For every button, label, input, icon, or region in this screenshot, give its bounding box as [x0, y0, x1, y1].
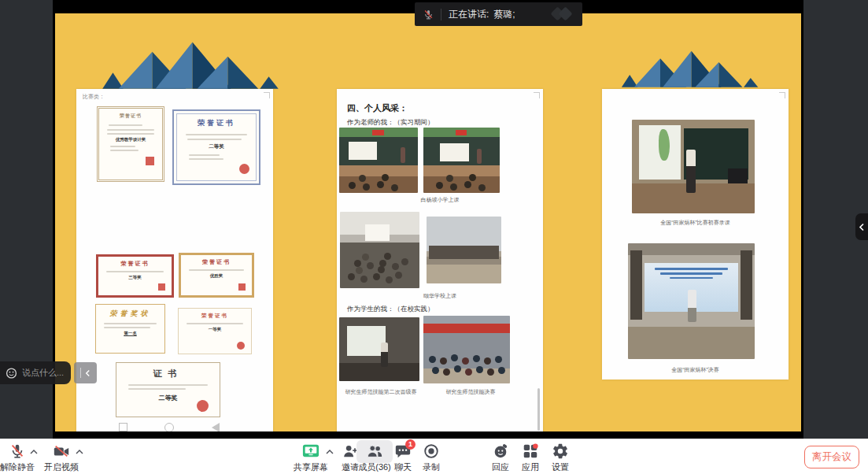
person-figure — [688, 290, 696, 322]
mountains-decoration-right — [615, 48, 765, 89]
video-options-chevron[interactable] — [76, 450, 83, 454]
seal-stamp — [238, 283, 246, 291]
curtain — [741, 250, 752, 320]
chevron-left-icon — [859, 223, 865, 231]
gear-icon — [552, 443, 569, 460]
seal-stamp — [158, 283, 165, 291]
text-line — [107, 129, 154, 131]
corner-mark — [264, 92, 270, 98]
meeting-window: 比赛类： 荣誉证书 优秀教学设计奖 荣誉证书 二等奖 — [0, 0, 868, 474]
reactions-label: 回应 — [492, 461, 509, 473]
certificate: 荣誉证书 二等奖 — [172, 109, 260, 185]
text-line — [107, 133, 154, 135]
seal-stamp — [237, 342, 245, 350]
seal-stamp — [146, 157, 154, 165]
chat-collapse-button[interactable] — [74, 362, 97, 383]
photo-caption: 研究生师范技能决赛 — [430, 388, 512, 396]
leave-meeting-button[interactable]: 离开会议 — [804, 446, 859, 468]
start-video-button[interactable]: 开启视频 — [43, 439, 79, 474]
certificate: 证书 二等奖 — [116, 362, 220, 417]
presenter-figure — [381, 343, 388, 367]
banner-text-line — [670, 277, 713, 279]
photo-lecture-hall — [340, 212, 419, 288]
teacher-figure — [401, 147, 405, 163]
speaking-label: 正在讲话: — [449, 8, 489, 21]
emoji-icon[interactable] — [6, 367, 17, 380]
camera-off-icon — [53, 443, 70, 460]
reaction-emoji-icon — [492, 443, 509, 460]
share-screen-button[interactable]: 共享屏幕 — [290, 439, 332, 474]
photo-classroom-1 — [339, 128, 418, 193]
meeting-toolbar: 解除静音 开启视频 共享屏幕 — [0, 439, 868, 474]
certificate-title: 荣誉证书 — [184, 258, 249, 266]
photo-group — [423, 316, 510, 383]
seal-stamp — [197, 400, 209, 412]
mute-options-chevron[interactable] — [30, 450, 38, 454]
section-heading: 四、个人风采： — [347, 102, 408, 114]
apps-button[interactable]: 应用 — [515, 439, 546, 474]
certificate-title: 荣誉证书 — [182, 313, 248, 320]
certificate-award: 优胜奖 — [184, 273, 249, 279]
corner-mark — [779, 92, 785, 98]
group-heads — [429, 356, 436, 363]
reactions-button[interactable]: 回应 — [485, 439, 516, 474]
photo-school-building — [427, 217, 501, 283]
record-label: 录制 — [423, 461, 440, 473]
chat-button[interactable]: 1 聊天 — [387, 439, 419, 474]
unmute-label: 解除静音 — [0, 461, 35, 473]
members-icon — [366, 443, 383, 460]
start-video-label: 开启视频 — [44, 461, 79, 473]
certificate: 荣誉证书 优胜奖 — [179, 253, 254, 298]
screen-share-view: 比赛类： 荣誉证书 优秀教学设计奖 荣誉证书 二等奖 — [53, 0, 803, 439]
certificate-title: 荣誉证书 — [102, 113, 159, 120]
slide-page-personal: 四、个人风采： 作为老师的我：（实习期间） 白杨坡小学上课 — [337, 89, 543, 431]
unmute-button[interactable]: 解除静音 — [0, 439, 35, 474]
subheading-student: 作为学生的我：（在校实践） — [347, 305, 434, 314]
chat-input-placeholder[interactable]: 说点什么... — [22, 367, 64, 379]
share-options-chevron[interactable] — [326, 450, 334, 454]
apps-grid-icon — [522, 443, 539, 460]
projector-screen — [349, 142, 377, 160]
building-silhouette — [429, 246, 499, 259]
photo-caption: 白杨坡小学上课 — [337, 196, 543, 204]
flag-decoration — [372, 130, 384, 135]
certificate-award: 优秀教学设计奖 — [102, 137, 159, 143]
text-line — [187, 139, 242, 140]
certificate: 荣誉证书 一等奖 — [178, 308, 252, 354]
record-button[interactable]: 录制 — [416, 439, 447, 474]
text-line — [110, 146, 135, 147]
students-heads — [349, 182, 356, 189]
microphone-muted-icon — [423, 9, 434, 20]
banner-text-line — [655, 268, 728, 270]
teacher-figure — [686, 150, 696, 193]
slide-page-competition: 全国“田家炳杯”比赛初赛录课 全国“田家炳杯”决赛 — [602, 89, 789, 380]
text-line — [187, 323, 243, 324]
certificate-award: 第一名 — [99, 331, 161, 336]
text-line — [189, 158, 223, 160]
speaker-name: 蔡璐; — [493, 8, 515, 21]
certificate-award: 三等奖 — [102, 275, 168, 280]
projector-screen — [365, 224, 389, 241]
photo-classroom-2 — [423, 128, 500, 193]
certificate: 荣誉奖状 第一名 — [95, 304, 165, 354]
chat-quick-input[interactable]: 说点什么... — [0, 361, 71, 384]
text-line — [186, 134, 247, 135]
page-corner-label: 比赛类： — [83, 93, 105, 101]
chevron-left-icon — [85, 369, 90, 377]
certificate-title: 荣誉奖状 — [99, 309, 161, 319]
settings-button[interactable]: 设置 — [545, 439, 576, 474]
text-line — [109, 124, 142, 126]
chat-unread-badge: 1 — [405, 439, 416, 450]
photo-caption: 研究生师范技能第二次晋级赛 — [337, 388, 425, 396]
text-line — [104, 323, 157, 324]
text-line — [189, 154, 220, 156]
certificate-title: 荣誉证书 — [178, 118, 255, 128]
sidebar-toggle-button[interactable] — [855, 213, 868, 240]
microphone-muted-icon — [9, 443, 26, 460]
android-nav-square-icon — [119, 423, 127, 431]
meeting-logo-watermark — [549, 6, 576, 22]
subheading-teacher: 作为老师的我：（实习期间） — [347, 118, 434, 128]
certificate-award: 一等奖 — [182, 327, 248, 332]
mountains-decoration-left — [94, 40, 287, 89]
text-line — [104, 327, 150, 328]
